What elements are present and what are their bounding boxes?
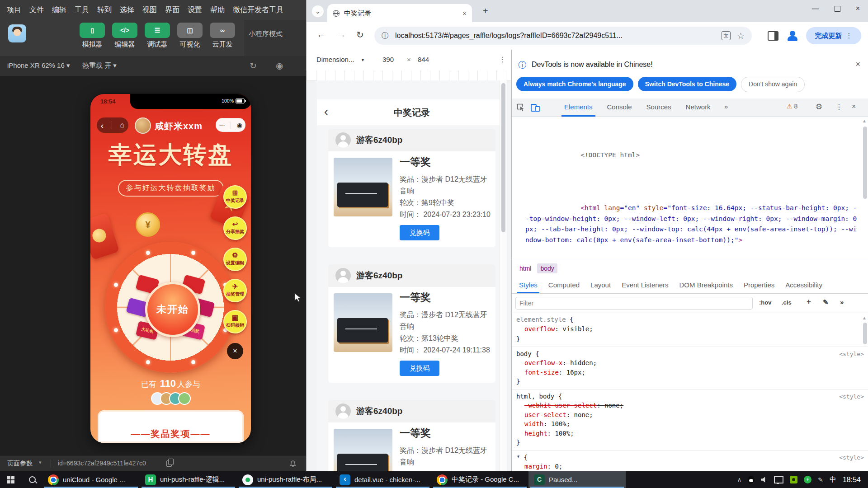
styles-tab[interactable]: Event Listeners — [616, 277, 674, 293]
css-rule[interactable]: <style> * { margin: 0; -webkit-tap-highl — [512, 450, 868, 472]
css-declaration[interactable]: overflow-x: hidden; — [516, 358, 864, 368]
css-declaration[interactable]: font-size: 16px; — [516, 368, 864, 377]
home-icon[interactable]: ⌂ — [120, 122, 124, 129]
style-origin[interactable]: <style> — [839, 350, 864, 359]
menu-item[interactable]: 选择 — [116, 5, 138, 15]
back-button[interactable]: ← — [316, 29, 326, 39]
device-more-icon[interactable]: ⋮ — [499, 55, 506, 64]
side-button[interactable]: ⊞ 中奖记录 — [223, 185, 247, 209]
toolbar-button[interactable]: </> 编辑器 — [108, 23, 141, 49]
viewport-height[interactable]: 844 — [418, 56, 429, 63]
menu-item[interactable]: 设置 — [184, 5, 206, 15]
more-icon[interactable]: ⋯ — [219, 122, 225, 128]
browser-menu-icon[interactable]: ⋮ — [846, 32, 853, 40]
forward-button[interactable]: → — [336, 29, 346, 39]
styles-tab[interactable]: DOM Breakpoints — [674, 277, 738, 293]
taskbar-item[interactable]: uni-push-raffle-布局... — [237, 471, 334, 488]
pen-icon[interactable]: ✎ — [818, 476, 823, 483]
class-toggle[interactable]: .cls — [782, 299, 792, 306]
redeem-code-button[interactable]: 兑换码 — [400, 225, 439, 240]
side-panel-icon[interactable] — [768, 31, 778, 41]
dom-node-line[interactable]: <!DOCTYPE html> — [512, 118, 868, 171]
css-declaration[interactable]: height: 100%; — [516, 429, 864, 438]
page-scrollbar[interactable] — [500, 80, 507, 471]
new-style-rule-icon[interactable]: + — [807, 297, 811, 306]
mini-program-mode[interactable]: 小程序模式 — [244, 20, 306, 56]
devtools-tab[interactable]: Console — [600, 99, 639, 117]
styles-tab[interactable]: Layout — [585, 277, 616, 293]
css-rule[interactable]: <style> html, body { -webkit-user-select… — [512, 389, 868, 450]
record-icon[interactable]: ◉ — [276, 61, 283, 71]
page-params-label[interactable]: 页面参数 — [7, 460, 33, 468]
toolbar-button[interactable]: ☰ 调试器 — [141, 23, 174, 49]
expand-arrow-icon[interactable]: ▶ — [518, 257, 520, 260]
start-button[interactable] — [0, 471, 22, 488]
close-capsule-icon[interactable]: ◉ — [237, 122, 242, 128]
menu-item[interactable]: 微信开发者工具 — [229, 5, 288, 15]
settings-gear-icon[interactable]: ⚙ — [816, 102, 822, 112]
elements-scrollbar[interactable] — [863, 127, 867, 199]
maximize-button[interactable] — [835, 6, 840, 12]
url-text[interactable]: localhost:5173/#/pages_raffle/logs/logs?… — [395, 32, 722, 40]
devtools-tab[interactable]: Sources — [639, 99, 679, 117]
css-declaration[interactable]: margin: 0; — [516, 462, 864, 471]
tab-close-icon[interactable]: × — [462, 9, 467, 17]
ime-indicator[interactable]: 中 — [830, 475, 836, 484]
more-tabs-icon[interactable]: » — [724, 103, 728, 110]
side-button[interactable]: ↩ 分享抽奖 — [223, 216, 247, 240]
qq-icon[interactable] — [748, 476, 755, 483]
side-button[interactable]: ▣ 扫码核销 — [223, 310, 247, 333]
css-declaration[interactable]: user-select: none; — [516, 410, 864, 420]
style-origin[interactable]: <style> — [839, 453, 864, 463]
breadcrumb-item[interactable]: html — [516, 263, 534, 273]
rendering-icon[interactable]: ✎ — [823, 298, 829, 306]
taskbar-item[interactable]: uni-push-raffle-逻辑... — [140, 471, 237, 488]
banner-close-icon[interactable]: × — [855, 60, 860, 69]
styles-scrollbar[interactable] — [863, 323, 867, 344]
styles-tab[interactable]: Accessibility — [780, 277, 828, 293]
css-rule[interactable]: element.style { overflow: visible; } — [512, 313, 868, 347]
nvidia-icon[interactable] — [790, 476, 797, 483]
browser-tab[interactable]: 中奖记录 × — [327, 4, 472, 22]
translate-icon[interactable]: 文 — [722, 31, 731, 40]
styles-tab[interactable]: Computed — [543, 277, 585, 293]
menu-item[interactable]: 编辑 — [48, 5, 71, 15]
display-icon[interactable] — [774, 476, 783, 483]
lucky-wheel[interactable]: 大礼包 幸运奖 未开始 — [105, 242, 236, 373]
banner-button[interactable]: Switch DevTools to Chinese — [638, 77, 736, 91]
styles-tab[interactable]: Properties — [738, 277, 780, 293]
style-origin[interactable]: <style> — [839, 392, 864, 402]
tray-expand-icon[interactable]: ∧ — [737, 476, 742, 483]
menu-item[interactable]: 界面 — [161, 5, 184, 15]
volume-icon[interactable] — [761, 477, 768, 483]
wechat-capsule[interactable]: ⋯ ◉ — [216, 118, 245, 132]
css-declaration[interactable]: width: 100%; — [516, 419, 864, 429]
inspect-element-icon[interactable] — [516, 103, 524, 111]
devtools-close-icon[interactable]: × — [852, 103, 856, 111]
banner-button[interactable]: Don't show again — [741, 77, 805, 92]
close-window-button[interactable]: × — [856, 5, 860, 13]
dom-node-line[interactable]: ▶ <head>…</head> — [512, 256, 868, 260]
taskbar-search-button[interactable] — [22, 471, 42, 488]
side-button[interactable]: ⚙ 设置编辑 — [223, 248, 247, 271]
toolbar-button[interactable]: ◫ 可视化 — [174, 23, 206, 49]
taskbar-clock[interactable]: 18:54 — [843, 476, 861, 484]
profile-avatar[interactable] — [787, 30, 798, 42]
back-home-pill[interactable]: ‹ ⌂ — [97, 117, 128, 133]
dom-node-line[interactable]: <html lang="en" style="font-size: 16.64p… — [512, 171, 868, 256]
taskbar-item[interactable]: 中奖记录 - Google C... — [431, 471, 528, 488]
css-declaration[interactable]: -webkit-user-select: none; — [516, 401, 864, 410]
menu-item[interactable]: 帮助 — [206, 5, 229, 15]
devtools-tab[interactable]: Elements — [557, 99, 600, 117]
menu-item[interactable]: 视图 — [138, 5, 161, 15]
devtools-tab[interactable]: Network — [679, 99, 718, 117]
computed-sidebar-icon[interactable]: » — [840, 298, 844, 306]
toolbar-button[interactable]: ∞ 云开发 — [206, 23, 239, 49]
tab-search-button[interactable]: ⌄ — [312, 5, 324, 17]
user-avatar[interactable] — [8, 24, 26, 42]
new-tab-button[interactable]: + — [483, 6, 488, 16]
minimize-button[interactable]: — — [812, 5, 819, 13]
device-selector[interactable]: iPhone XR 62% 16 ▾ — [7, 61, 70, 70]
taskbar-item[interactable]: Paused... — [528, 471, 626, 488]
taskbar-item[interactable]: uniCloud - Google ... — [42, 471, 140, 488]
